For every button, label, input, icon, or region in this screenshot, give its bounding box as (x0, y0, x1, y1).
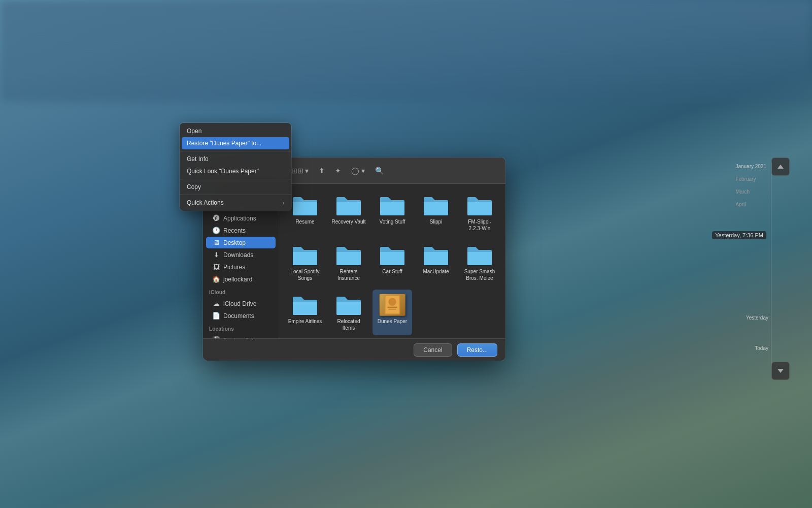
folder-icon-resume (292, 194, 318, 216)
file-item-voting-stuff[interactable]: Voting Stuff (373, 190, 412, 236)
sidebar-label-pictures: Pictures (223, 264, 245, 271)
sidebar-item-icloud-drive[interactable]: ☁ iCloud Drive (206, 298, 276, 309)
file-item-super-smash[interactable]: Super Smash Bros. Melee (460, 240, 499, 285)
ctx-quick-look[interactable]: Quick Look "Dunes Paper" (180, 165, 291, 177)
folder-icon-macupdate (423, 244, 449, 266)
file-item-macupdate[interactable]: MacUpdate (416, 240, 456, 285)
file-label-relocated-items: Relocated Items (331, 318, 366, 331)
sidebar-item-applications[interactable]: 🅐 Applications (206, 212, 276, 224)
ctx-restore-to[interactable]: Restore "Dunes Paper" to... (182, 137, 289, 149)
restore-button[interactable]: Resto... (457, 343, 497, 357)
timeline-panel (771, 157, 790, 380)
sidebar-item-backup-drive[interactable]: 💾 Backup Drive (206, 334, 276, 338)
timeline-yesterday: Yesterday (746, 315, 768, 321)
folder-icon-empire-airlines (292, 294, 318, 316)
submenu-arrow-icon: › (283, 200, 284, 206)
file-label-dunes-paper: Dunes Paper (378, 318, 407, 325)
timeline-month-jan: January 2021 (733, 163, 768, 170)
file-label-recovery-vault: Recovery Vault (331, 218, 365, 225)
folder-icon-relocated-items (335, 294, 362, 316)
desktop-icon: 🖥 (212, 239, 220, 246)
ctx-separator-2 (180, 179, 291, 179)
svg-point-2 (388, 298, 396, 306)
folder-icon-voting-stuff (379, 194, 405, 216)
timeline-months: January 2021 February March April (733, 163, 768, 208)
sidebar-label-downloads: Downloads (223, 251, 253, 259)
sidebar-item-documents[interactable]: 📄 Documents (206, 310, 276, 322)
context-menu: Open Restore "Dunes Paper" to... Get Inf… (180, 123, 291, 211)
pictures-icon: 🖼 (212, 263, 220, 271)
timeline-up-button[interactable] (771, 157, 790, 176)
sidebar-item-desktop[interactable]: 🖥 Desktop (206, 237, 276, 248)
sidebar-label-desktop: Desktop (223, 239, 246, 246)
finder-file-grid: Resume Recovery Vault Voting Stuff (279, 184, 505, 338)
sidebar-item-pictures[interactable]: 🖼 Pictures (206, 261, 276, 273)
file-item-renters-insurance[interactable]: Renters Insurance (329, 240, 368, 285)
file-item-recovery-vault[interactable]: Recovery Vault (329, 190, 368, 236)
ctx-copy[interactable]: Copy (180, 181, 291, 193)
home-icon: 🏠 (212, 275, 220, 283)
action-button[interactable]: ✦ (332, 165, 344, 177)
file-label-macupdate: MacUpdate (423, 268, 449, 275)
tag-button[interactable]: ◯ ▾ (348, 165, 368, 177)
file-label-resume: Resume (295, 218, 314, 225)
folder-icon-recovery-vault (335, 194, 362, 216)
file-item-car-stuff[interactable]: Car Stuff (373, 240, 412, 285)
sidebar-label-documents: Documents (223, 312, 254, 320)
timeline-today: Today (755, 345, 768, 351)
cancel-button[interactable]: Cancel (414, 343, 452, 357)
timeline-line (771, 163, 771, 366)
ctx-quick-actions[interactable]: Quick Actions › (180, 197, 291, 209)
ctx-quick-actions-label: Quick Actions (187, 199, 224, 206)
file-item-relocated-items[interactable]: Relocated Items (329, 290, 368, 335)
share-button[interactable]: ⬆ (316, 165, 328, 177)
sidebar-item-downloads[interactable]: ⬇ Downloads (206, 249, 276, 261)
ctx-separator-3 (180, 195, 291, 195)
file-label-car-stuff: Car Stuff (382, 268, 402, 275)
folder-icon-car-stuff (379, 244, 405, 266)
folder-icon-fm-slippi (466, 194, 493, 216)
timeline-down-button[interactable] (771, 362, 790, 380)
ctx-open[interactable]: Open (180, 125, 291, 137)
ctx-separator-1 (180, 151, 291, 151)
folder-icon-super-smash (466, 244, 493, 266)
timeline-month-feb: February (733, 170, 768, 183)
locations-label: Locations (203, 322, 279, 334)
documents-icon: 📄 (212, 312, 220, 320)
sidebar-label-icloud: iCloud Drive (223, 300, 256, 307)
folder-icon-slippi (423, 194, 449, 216)
applications-icon: 🅐 (212, 214, 220, 222)
timeline-month-apr: April (733, 196, 768, 208)
timeline-month-mar: March (733, 183, 768, 196)
file-item-fm-slippi[interactable]: FM-Slippi-2.2.3-Win (460, 190, 499, 236)
recents-icon: 🕐 (212, 227, 220, 234)
sidebar-label-recents: Recents (223, 227, 246, 234)
file-label-super-smash: Super Smash Bros. Melee (462, 268, 497, 281)
file-label-local-spotify: Local Spotify Songs (287, 268, 323, 281)
sidebar-label-applications: Applications (223, 215, 256, 222)
time-indicator: Yesterday, 7:36 PM (712, 231, 766, 239)
file-label-fm-slippi: FM-Slippi-2.2.3-Win (462, 218, 497, 232)
sidebar-item-recents[interactable]: 🕐 Recents (206, 225, 276, 236)
folder-icon-renters-insurance (335, 244, 362, 266)
file-item-local-spotify[interactable]: Local Spotify Songs (285, 240, 325, 285)
icloud-label: iCloud (203, 285, 279, 297)
downloads-icon: ⬇ (212, 251, 220, 259)
file-label-renters-insurance: Renters Insurance (331, 268, 366, 281)
background-blur (0, 0, 812, 102)
file-label-slippi: Slippi (430, 218, 442, 225)
file-item-slippi[interactable]: Slippi (416, 190, 456, 236)
finder-bottom-bar: Cancel Resto... (203, 338, 505, 361)
ctx-get-info[interactable]: Get Info (180, 153, 291, 165)
view-options-button[interactable]: ⊞⊞ ▾ (288, 165, 312, 177)
sidebar-label-joellockard: joellockard (223, 276, 252, 283)
file-label-voting-stuff: Voting Stuff (380, 218, 405, 225)
svg-rect-3 (387, 307, 397, 308)
folder-icon-local-spotify (292, 244, 318, 266)
file-item-dunes-paper[interactable]: Dunes Paper (373, 290, 412, 335)
file-label-empire-airlines: Empire Airlines (288, 318, 322, 325)
sidebar-item-joellockard[interactable]: 🏠 joellockard (206, 273, 276, 285)
file-item-empire-airlines[interactable]: Empire Airlines (285, 290, 325, 335)
search-button[interactable]: 🔍 (372, 165, 387, 177)
icloud-icon: ☁ (212, 300, 220, 307)
